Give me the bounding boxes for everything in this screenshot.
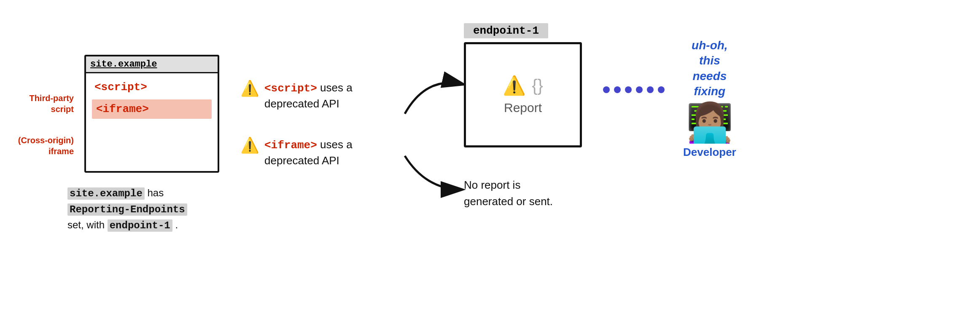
endpoint-report-text: Report bbox=[504, 101, 542, 115]
json-icon: {} bbox=[532, 76, 543, 95]
developer-area: uh-oh,thisneedsfixing 👩🏽‍💻 Developer bbox=[683, 38, 736, 159]
dot-2 bbox=[614, 86, 621, 93]
browser-title-bar: site.example bbox=[86, 56, 218, 73]
dot-4 bbox=[636, 86, 643, 93]
uh-oh-text: uh-oh,thisneedsfixing bbox=[692, 38, 728, 99]
warning-icon-1: ⚠️ bbox=[240, 81, 259, 96]
browser-body: <script> <iframe> bbox=[86, 73, 218, 125]
site-example-code: site.example bbox=[67, 187, 145, 200]
script-tag-red: <script> bbox=[264, 82, 317, 95]
bottom-desc-line1: site.example has bbox=[67, 187, 164, 198]
developer-label: Developer bbox=[683, 146, 736, 159]
diagram-container: site.example <script> <iframe> Third-par… bbox=[0, 0, 980, 321]
iframe-tag-red: <iframe> bbox=[264, 139, 317, 152]
dot-6 bbox=[658, 86, 665, 93]
warnings-area: ⚠️ <script> uses a deprecated API ⚠️ <if… bbox=[240, 80, 391, 169]
developer-emoji: 👩🏽‍💻 bbox=[686, 104, 733, 142]
dot-5 bbox=[647, 86, 654, 93]
browser-box: site.example <script> <iframe> bbox=[84, 55, 219, 173]
dots-connector bbox=[603, 86, 665, 93]
cross-origin-label: (Cross-origin)iframe bbox=[8, 135, 74, 157]
warning-script: ⚠️ <script> uses a deprecated API bbox=[240, 80, 391, 112]
iframe-tag: <iframe> bbox=[92, 99, 212, 119]
warning-text-2: <iframe> uses a deprecated API bbox=[264, 137, 391, 169]
bottom-description: site.example has Reporting-Endpoints set… bbox=[67, 185, 236, 233]
dot-1 bbox=[603, 86, 610, 93]
warning-text-1: <script> uses a deprecated API bbox=[264, 80, 391, 112]
warning-icon-2: ⚠️ bbox=[240, 138, 259, 153]
endpoint-icons: ⚠️ {} bbox=[503, 75, 543, 96]
endpoint-box: ⚠️ {} Report bbox=[464, 42, 582, 147]
bottom-desc-set-with: set, with endpoint-1 . bbox=[67, 219, 178, 230]
browser-title: site.example bbox=[90, 59, 157, 70]
third-party-label: Third-partyscript bbox=[8, 93, 74, 115]
endpoint1-code: endpoint-1 bbox=[108, 219, 172, 232]
warning-iframe: ⚠️ <iframe> uses a deprecated API bbox=[240, 137, 391, 169]
no-report-text: No report isgenerated or sent. bbox=[464, 177, 599, 210]
script-tag: <script> bbox=[92, 79, 212, 95]
dot-3 bbox=[625, 86, 632, 93]
reporting-endpoints-code: Reporting-Endpoints bbox=[67, 203, 187, 216]
endpoint-label-top: endpoint-1 bbox=[464, 23, 548, 38]
warning-icon-endpoint: ⚠️ bbox=[503, 75, 526, 96]
